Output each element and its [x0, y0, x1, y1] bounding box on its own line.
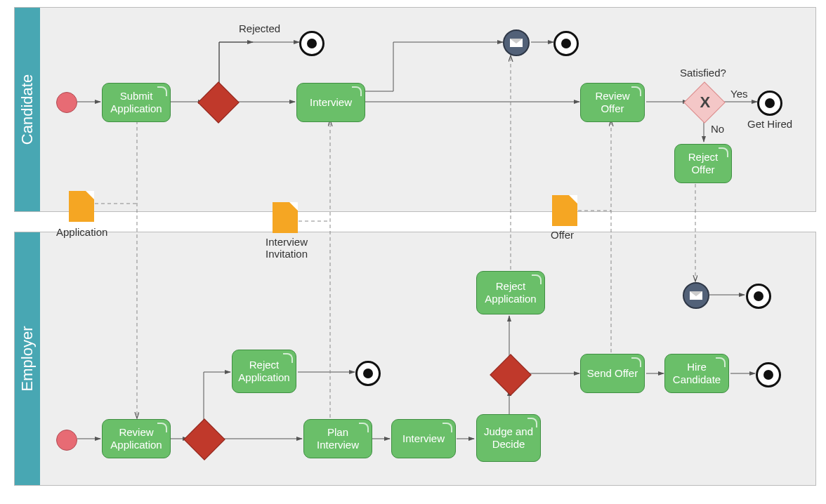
task-review-offer: Review Offer [580, 83, 645, 122]
label-satisfied: Satisfied? [680, 67, 726, 79]
task-hire-candidate: Hire Candidate [664, 354, 729, 393]
employer-end-offer-rejected [746, 284, 771, 309]
employer-start-event [56, 430, 77, 451]
label-invitation: Interview Invitation [266, 236, 322, 260]
candidate-lane-title: Candidate [15, 8, 40, 211]
candidate-end-rejected [299, 31, 324, 56]
task-reject-application-1: Reject Application [232, 350, 296, 393]
label-application: Application [56, 226, 107, 238]
task-judge-decide: Judge and Decide [476, 414, 541, 462]
doc-offer [552, 195, 577, 226]
task-candidate-interview: Interview [296, 83, 365, 122]
task-employer-interview: Interview [391, 419, 456, 458]
employer-lane-title: Employer [15, 232, 40, 485]
message-event-reject-candidate [503, 29, 530, 56]
label-yes: Yes [730, 88, 747, 100]
task-reject-offer: Reject Offer [674, 144, 732, 183]
task-review-application: Review Application [102, 419, 171, 458]
task-plan-interview: Plan Interview [303, 419, 372, 458]
doc-application [69, 191, 94, 222]
task-submit-application: Submit Application [102, 83, 171, 122]
bpmn-diagram: Candidate Employer [0, 0, 826, 504]
label-offer: Offer [551, 229, 574, 241]
label-rejected: Rejected [239, 22, 280, 34]
candidate-end-after-reject [553, 31, 579, 56]
label-get-hired: Get Hired [747, 118, 792, 130]
employer-end-hired [756, 362, 781, 387]
doc-invitation [273, 202, 298, 233]
employer-end-after-reject1 [355, 361, 381, 386]
task-send-offer: Send Offer [580, 354, 645, 393]
candidate-start-event [56, 92, 77, 113]
message-event-reject-offer-received [683, 282, 709, 309]
task-reject-application-2: Reject Application [476, 271, 545, 314]
end-get-hired [757, 91, 782, 116]
label-no: No [711, 123, 724, 135]
